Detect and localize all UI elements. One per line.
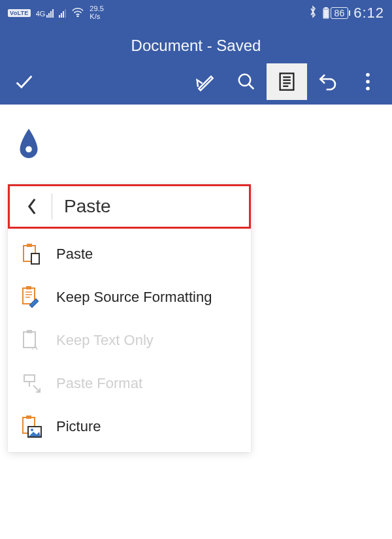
paste-option-label: Keep Source Formatting xyxy=(56,289,212,306)
svg-point-11 xyxy=(366,80,370,84)
paste-option-picture[interactable]: Picture xyxy=(8,405,251,448)
battery-icon: 86 xyxy=(323,7,349,20)
signal-bars-icon xyxy=(46,8,54,18)
svg-rect-23 xyxy=(27,330,32,333)
svg-point-13 xyxy=(25,146,32,153)
net-speed: 29.5 K/s xyxy=(90,5,103,20)
clipboard-text-icon: A xyxy=(20,329,43,351)
bluetooth-icon xyxy=(308,5,318,21)
svg-rect-18 xyxy=(26,286,31,289)
document-title: Document - Saved xyxy=(0,26,392,63)
battery-level: 86 xyxy=(331,7,349,20)
done-button[interactable] xyxy=(4,63,44,100)
network-4g: 4G xyxy=(36,8,54,18)
paste-option-paste[interactable]: Paste xyxy=(8,233,251,276)
paste-option-format: Paste Format xyxy=(8,362,251,405)
clipboard-picture-icon xyxy=(20,415,43,438)
search-button[interactable] xyxy=(226,63,267,100)
volte-badge: VoLTE xyxy=(8,9,31,17)
clipboard-paste-icon xyxy=(20,243,43,265)
paste-option-keep-source[interactable]: Keep Source Formatting xyxy=(8,276,251,319)
clock: 6:12 xyxy=(353,5,384,22)
paste-menu-header[interactable]: Paste xyxy=(8,184,251,229)
cursor-handle-icon[interactable] xyxy=(17,153,41,164)
app-header: VoLTE 4G 29.5 K/s xyxy=(0,0,392,105)
paste-option-label: Keep Text Only xyxy=(56,332,154,349)
svg-rect-2 xyxy=(325,7,327,8)
wifi-icon xyxy=(71,7,84,20)
reading-view-button[interactable] xyxy=(267,63,307,100)
back-button[interactable] xyxy=(19,197,45,216)
paste-option-label: Paste Format xyxy=(56,375,142,392)
svg-point-0 xyxy=(78,16,79,17)
undo-button[interactable] xyxy=(307,63,348,100)
paste-option-text-only: A Keep Text Only xyxy=(8,319,251,362)
svg-point-12 xyxy=(366,87,370,91)
svg-rect-15 xyxy=(27,244,32,247)
panel-title: Paste xyxy=(64,196,111,217)
svg-rect-26 xyxy=(26,416,31,419)
paste-menu-panel: Paste Paste xyxy=(8,184,251,452)
format-brush-icon xyxy=(20,372,43,395)
svg-point-28 xyxy=(31,429,33,431)
svg-rect-3 xyxy=(324,10,328,18)
edit-pen-button[interactable] xyxy=(186,63,226,100)
paste-options-list: Paste Keep Source Formatting xyxy=(8,229,251,452)
paste-option-label: Picture xyxy=(56,418,101,435)
document-canvas[interactable] xyxy=(0,105,392,165)
svg-point-10 xyxy=(366,73,370,77)
status-bar: VoLTE 4G 29.5 K/s xyxy=(0,0,392,26)
paste-option-label: Paste xyxy=(56,246,93,263)
svg-point-4 xyxy=(239,74,251,86)
svg-text:A: A xyxy=(32,342,39,351)
svg-rect-5 xyxy=(280,73,294,90)
more-menu-button[interactable] xyxy=(348,63,388,100)
second-signal-icon xyxy=(59,8,66,18)
header-divider xyxy=(52,193,52,220)
toolbar xyxy=(0,63,392,105)
svg-rect-16 xyxy=(31,253,39,264)
clipboard-brush-icon xyxy=(20,286,43,309)
